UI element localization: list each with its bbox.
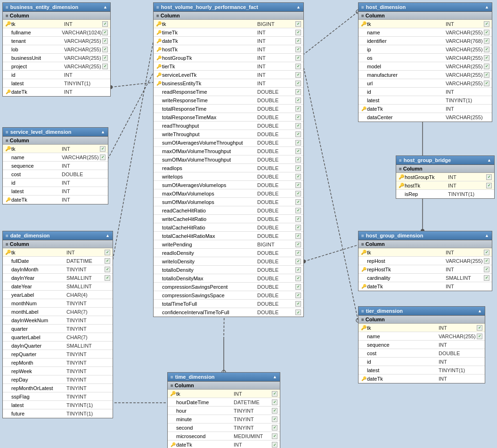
table-row: 🔑 dateTk INT [358,282,492,291]
table-row: 🔑 tk INT ✓ [358,20,492,28]
table-header-date: ≡ date_dimension ▲ [3,231,113,240]
col-header-business-entity: ≡ Column [3,12,110,20]
collapse-icon-host-group[interactable]: ▲ [485,233,489,238]
table-header-bridge: ≡ host_group_bridge ▲ [396,156,494,165]
col-name: writeResponseTime [162,98,257,103]
col-label-host-group: Column [366,241,385,247]
table-date-dimension: ≡ date_dimension ▲ ≡ Column 🔑 tk INT ✓ f… [2,231,113,418]
table-row: totalResponseTime DOUBLE ✓ [154,105,303,113]
col-type: INT [257,64,295,69]
col-check: ✓ [483,64,490,69]
table-row: dataCenter VARCHAR(255) [358,113,492,122]
fk-icon: 🔑 [360,267,367,272]
col-check: ✓ [102,47,108,52]
col-type: TINYINT [66,394,104,399]
col-header-service-level: ≡ Column [3,137,108,145]
col-check: ✓ [295,225,301,230]
col-type: CHAR(7) [66,309,104,315]
col-type: DOUBLE [62,171,99,177]
col-check: ✓ [295,98,301,103]
collapse-icon-fact[interactable]: ▲ [296,5,301,9]
col-name: sequence [367,342,439,348]
svg-line-14 [304,68,358,320]
col-check: ✓ [295,242,301,247]
col-check: ✓ [104,258,111,264]
key-icon: 🔑 [360,250,367,255]
col-type: DOUBLE [257,191,295,196]
col-name: tierTk [162,64,257,69]
col-name: writePending [162,242,257,247]
collapse-icon-service-level[interactable]: ▲ [101,130,105,134]
col-check: ✓ [104,250,111,255]
key-icon: 🔑 [398,174,405,179]
table-row: readResponseTime DOUBLE ✓ [154,88,303,96]
table-row: manufacturer VARCHAR(255) ✓ [358,71,492,79]
table-row: 🔑 dateTk INT [3,195,108,204]
col-name: hostGroupTk [162,55,257,61]
col-type: INT [446,106,483,112]
table-row: writeIops DOUBLE ✓ [154,172,303,181]
fk-icon: 🔑 [155,39,162,43]
table-row: model VARCHAR(255) ✓ [358,62,492,71]
col-name: sspFlag [11,394,66,399]
col-type: TINYINT(1) [66,411,104,416]
table-row: totalIoDensity DOUBLE ✓ [154,266,303,274]
table-row: confidenceIntervalTimeToFull DOUBLE ✓ [154,308,303,317]
col-type: TINYINT [66,326,104,332]
col-name: totalIoDensityMax [162,276,257,281]
fk-icon: 🔑 [155,30,162,35]
table-service-level-dimension: ≡ service_level_dimension ▲ ≡ Column 🔑 t… [2,127,108,204]
table-row: 🔑 tk BIGINT ✓ [154,20,303,28]
col-check: ✓ [295,216,301,222]
collapse-icon-bridge[interactable]: ▲ [487,158,491,163]
collapse-icon-time[interactable]: ▲ [273,375,277,379]
table-row: ip VARCHAR(255) ✓ [358,45,492,54]
col-name: dayInMonth [11,267,66,272]
table-title-date: date_dimension [10,233,50,238]
table-header-tier: ≡ tier_dimension ▲ [358,307,485,316]
table-row: totalCacheHitRatio DOUBLE ✓ [154,223,303,232]
col-type: TINYINT(1) [448,191,486,197]
col-icon-bridge: ≡ [399,166,402,171]
table-row: name VARCHAR(255) ✓ [358,332,485,341]
col-check: ✓ [295,199,301,205]
col-name: readCacheHitRatio [162,208,257,213]
col-type: TINYINT(1) [446,98,483,103]
col-type: BIGINT [257,242,295,247]
col-type: INT [446,21,483,27]
col-check: ✓ [295,89,301,95]
col-name: cost [11,171,62,177]
table-row: repMonthOrLatest TINYINT [3,384,113,392]
col-type: DOUBLE [257,250,295,256]
col-type: TINYINT [234,416,271,422]
col-name: yearLabel [11,292,66,298]
col-name: dateTk [367,284,446,289]
table-row: 🔑 dateTk INT ✓ [168,440,280,448]
collapse-icon-tier[interactable]: ▲ [478,309,482,313]
col-name: repQuarter [11,351,66,357]
col-name: totalResponseTimeMax [162,114,257,120]
col-type: DOUBLE [257,98,295,103]
collapse-icon-host[interactable]: ▲ [485,5,489,9]
collapse-icon-business-entity[interactable]: ▲ [103,5,107,9]
col-check: ✓ [271,408,278,414]
table-row: sumOfMaxVolumeThroughput DOUBLE ✓ [154,155,303,164]
col-type: DATETIME [234,399,271,405]
fk-icon: 🔑 [155,64,162,69]
col-name: dateTk [367,106,446,112]
table-row: monthNum TINYINT [3,299,113,308]
table-row: cost DOUBLE [3,170,108,179]
table-row: writePending BIGINT ✓ [154,240,303,249]
col-name: name [11,155,62,160]
col-label-date: Column [10,241,29,247]
table-row: writeResponseTime DOUBLE ✓ [154,96,303,105]
col-check: ✓ [295,148,301,154]
col-name: readThroughput [162,123,257,129]
table-header-fact: ≡ host_volume_hourly_performance_fact ▲ [154,3,303,12]
col-check: ✓ [295,64,301,69]
table-row: 🔑 hostTk INT ✓ [396,181,494,190]
table-row: 🔑 tk INT ✓ [3,20,110,28]
collapse-icon-date[interactable]: ▲ [106,233,110,238]
col-name: monthNum [11,301,66,306]
col-name: readResponseTime [162,89,257,95]
